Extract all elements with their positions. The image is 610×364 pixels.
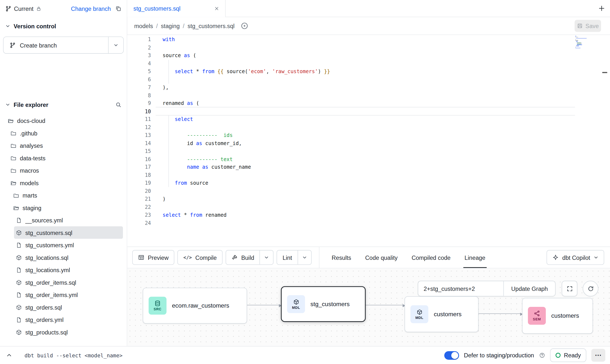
preview-button[interactable]: Preview (132, 250, 174, 265)
folder-icon (11, 167, 17, 173)
code-editor[interactable]: 123456789101112131415161718192021222324 … (127, 35, 610, 247)
code-line[interactable]: name as customer_name (156, 163, 610, 171)
code-line[interactable] (156, 171, 610, 179)
file-tree-item-stg_orders.yml[interactable]: stg_orders.yml (0, 314, 127, 326)
build-dropdown[interactable] (260, 250, 273, 265)
more-options-button[interactable]: ⋯ (591, 349, 605, 362)
copilot-badge-icon[interactable] (241, 22, 248, 30)
lineage-edge (247, 305, 281, 305)
version-control-header[interactable]: Version control (0, 20, 127, 32)
file-tree-item-docs-cloud[interactable]: docs-cloud (0, 114, 127, 127)
panel-tab-lineage[interactable]: Lineage (458, 247, 492, 268)
minimap[interactable] (575, 36, 588, 52)
status-badge[interactable]: Ready (550, 348, 586, 362)
file-tree-item-stg_locations.sql[interactable]: stg_locations.sql (0, 251, 127, 264)
file-tree-item-.github[interactable]: .github (0, 127, 127, 139)
code-line[interactable] (156, 219, 610, 227)
model-icon (16, 230, 22, 235)
breadcrumb-models[interactable]: models (134, 23, 153, 29)
create-branch-group: Create branch (3, 36, 124, 53)
build-button[interactable]: Build (226, 250, 260, 265)
chevron-down-icon (594, 255, 598, 260)
file-tree-item-analyses[interactable]: analyses (0, 139, 127, 152)
breadcrumb-staging[interactable]: staging (161, 23, 180, 29)
lineage-node-mdl-customers[interactable]: MDLcustomers (405, 296, 478, 332)
file-tree-item-data-tests[interactable]: data-tests (0, 152, 127, 164)
help-icon[interactable] (539, 352, 545, 358)
file-tree-item-stg_customers.sql[interactable]: stg_customers.sql (14, 226, 123, 239)
file-tree-item-stg_orders.sql[interactable]: stg_orders.sql (0, 301, 127, 314)
code-line[interactable]: ---------- text (156, 155, 610, 163)
code-line[interactable] (156, 123, 610, 131)
file-explorer-header[interactable]: File explorer (0, 99, 127, 110)
toggle-knob (451, 352, 458, 359)
file-tree-item-stg_customers.yml[interactable]: stg_customers.yml (0, 239, 127, 251)
line-number: 1 (127, 36, 155, 44)
code-line[interactable]: from source (156, 179, 610, 187)
code-line[interactable]: source as ( (156, 52, 610, 60)
compile-button[interactable]: </> Compile (178, 250, 223, 265)
code-line[interactable]: select * from {{ source('ecom', 'raw_cus… (156, 68, 610, 76)
code-line[interactable] (156, 147, 610, 155)
copy-icon[interactable] (115, 5, 121, 12)
code-line[interactable] (156, 44, 610, 52)
code-line[interactable] (156, 60, 610, 67)
code-line[interactable] (156, 187, 610, 195)
code-line[interactable]: select * from renamed (156, 211, 610, 219)
code-area[interactable]: withsource as ( select * from {{ source(… (156, 35, 610, 247)
code-line[interactable]: with (156, 36, 610, 44)
code-line[interactable] (156, 92, 610, 99)
code-line[interactable]: ) (156, 195, 610, 203)
code-line[interactable]: ), (156, 84, 610, 92)
file-tree-item-staging[interactable]: staging (0, 201, 127, 214)
code-line[interactable]: select (156, 116, 610, 123)
search-icon[interactable] (116, 102, 121, 108)
command-hint[interactable]: dbt build --select <model_name> (24, 352, 122, 358)
folder-open-icon (8, 118, 14, 124)
defer-toggle[interactable] (444, 351, 459, 360)
code-line[interactable]: id as customer_id, (156, 139, 610, 147)
code-line[interactable] (156, 203, 610, 211)
lineage-node-sem-customers[interactable]: SEMcustomers (522, 298, 593, 334)
code-line[interactable]: renamed as ( (156, 99, 610, 107)
file-tree: docs-cloud.githubanalysesdata-testsmacro… (0, 114, 127, 338)
create-branch-button[interactable]: Create branch (3, 37, 108, 53)
panel-tab-compiled-code[interactable]: Compiled code (405, 247, 458, 268)
lineage-node-mdl-stg_customers[interactable]: MDLstg_customers (281, 286, 366, 322)
file-tree-item-macros[interactable]: macros (0, 164, 127, 177)
file-tree-item-stg_locations.yml[interactable]: stg_locations.yml (0, 264, 127, 276)
dbt-copilot-button[interactable]: dbt Copilot (547, 250, 604, 265)
file-tree-item-stg_order_items.sql[interactable]: stg_order_items.sql (0, 276, 127, 289)
panel-tab-code-quality[interactable]: Code quality (358, 247, 405, 268)
file-tree-item-__sources.yml[interactable]: __sources.yml (0, 214, 127, 226)
line-number: 15 (127, 147, 155, 155)
file-name: stg_order_items.sql (25, 279, 76, 286)
file-tree-item-stg_products.sql[interactable]: stg_products.sql (0, 326, 127, 338)
change-branch-link[interactable]: Change branch (71, 5, 111, 12)
lineage-node-src-ecom.raw_customers[interactable]: SRCecom.raw_customers (143, 288, 247, 324)
lint-button[interactable]: Lint (277, 250, 297, 265)
code-line[interactable] (156, 76, 610, 83)
save-button[interactable]: Save (575, 20, 601, 32)
lineage-edge (478, 314, 522, 314)
file-tree-item-marts[interactable]: marts (0, 189, 127, 201)
refresh-button[interactable] (583, 281, 598, 296)
line-number: 6 (127, 76, 155, 83)
file-tree-item-models[interactable]: models (0, 177, 127, 189)
lineage-selector-input[interactable] (418, 281, 504, 296)
node-label: customers (434, 311, 462, 318)
lint-dropdown[interactable] (298, 250, 311, 265)
file-tree-item-stg_order_items.yml[interactable]: stg_order_items.yml (0, 289, 127, 301)
lineage-canvas[interactable]: Update Graph SRCecom.raw_customersMDLstg… (127, 268, 610, 346)
new-tab-icon[interactable] (598, 5, 605, 12)
fullscreen-button[interactable] (562, 281, 577, 296)
indent-guide (169, 60, 169, 83)
tab-stg-customers-sql[interactable]: stg_customers.sql (127, 0, 226, 17)
chevron-up-icon[interactable] (6, 352, 12, 358)
create-branch-dropdown[interactable] (109, 37, 123, 53)
update-graph-button[interactable]: Update Graph (503, 281, 555, 296)
close-tab-icon[interactable] (214, 6, 219, 11)
panel-tab-results[interactable]: Results (325, 247, 358, 268)
code-line[interactable]: ---------- ids (156, 132, 610, 139)
breadcrumb-separator: / (156, 23, 158, 29)
